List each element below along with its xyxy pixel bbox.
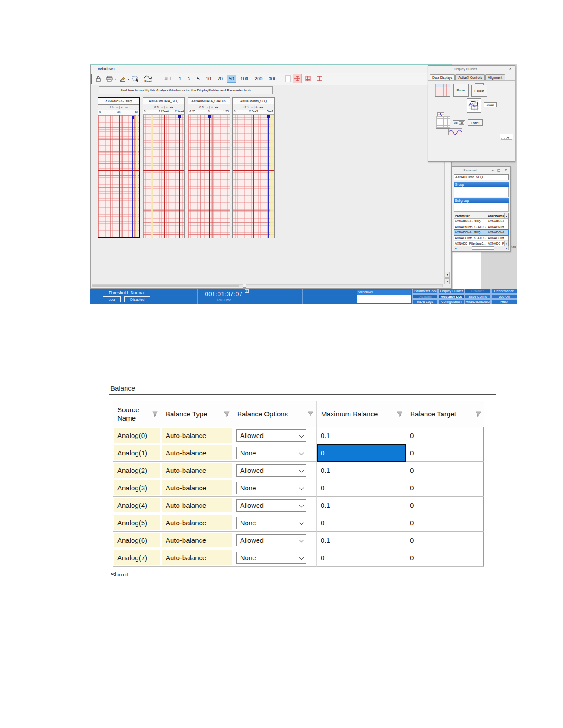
maximum-balance-cell[interactable]: 0.1 bbox=[317, 532, 406, 549]
col-parameter[interactable]: Parameter bbox=[454, 214, 487, 217]
group-header[interactable]: Group bbox=[454, 182, 509, 187]
configuration-button[interactable]: Configuration bbox=[438, 299, 464, 304]
balance-options-dropdown[interactable]: None bbox=[236, 517, 306, 529]
strip-chart-axnabmdata-seq[interactable]: AXNABMDATA_SEQ ↺↻ −|+ ◂▸ 0 1.25e+4 2.5e+… bbox=[143, 97, 185, 238]
scrollbar-thumb[interactable] bbox=[92, 285, 239, 287]
scroll-down-button[interactable]: ▾ bbox=[445, 272, 450, 278]
maximum-balance-cell[interactable]: 0.1 bbox=[317, 427, 406, 444]
help-button[interactable]: Help bbox=[491, 299, 517, 304]
balance-options-dropdown[interactable]: Allowed bbox=[236, 534, 306, 546]
balance-target-cell[interactable]: 0 bbox=[406, 444, 484, 462]
balance-target-cell[interactable]: 0 bbox=[406, 514, 484, 532]
interval-2[interactable]: 2 bbox=[185, 75, 193, 83]
ibeam-cursor-button[interactable] bbox=[315, 74, 324, 83]
print-dropdown[interactable]: ▾ bbox=[115, 77, 116, 80]
binary-display-icon[interactable]: 1010110 bbox=[484, 102, 497, 107]
subgroup-list[interactable] bbox=[454, 203, 509, 212]
iads-logs-button[interactable]: IADS Logs bbox=[412, 299, 438, 304]
interval-all[interactable]: ALL bbox=[162, 75, 175, 83]
strip-chart-axnadcinfo-seq[interactable]: AXNADCInfo_SEQ ↺↻ −|+ ◂▸ 0 3k 5k bbox=[98, 97, 140, 238]
parameter-row[interactable]: AXNABMInfo_SEQ AXNABMInf... bbox=[454, 219, 508, 224]
display-builder-button[interactable]: Display Builder bbox=[438, 289, 464, 294]
label-display-button[interactable]: Label bbox=[468, 119, 483, 126]
maximum-balance-cell[interactable]: 0 bbox=[317, 479, 406, 497]
balance-options-dropdown[interactable]: Allowed bbox=[236, 499, 306, 512]
tab-alignment[interactable]: Alignment bbox=[485, 74, 505, 80]
scroll-left-icon[interactable]: ◂ bbox=[454, 246, 458, 250]
balance-target-cell[interactable]: 0 bbox=[406, 532, 484, 549]
balance-target-cell[interactable]: 0 bbox=[406, 549, 484, 567]
tab-data-displays[interactable]: Data Displays bbox=[430, 74, 455, 80]
xyplot-display-icon[interactable] bbox=[467, 98, 481, 113]
filter-icon[interactable] bbox=[152, 411, 158, 417]
group-list[interactable] bbox=[454, 187, 509, 197]
balance-target-cell[interactable]: 0 bbox=[406, 497, 484, 514]
balance-options-dropdown[interactable]: None bbox=[236, 447, 306, 459]
maximum-balance-cell[interactable]: 0.1 bbox=[317, 497, 406, 514]
interval-10[interactable]: 10 bbox=[204, 75, 213, 83]
minimize-button[interactable]: – bbox=[492, 168, 494, 172]
maximum-balance-cell-selected[interactable]: 0 bbox=[317, 444, 406, 462]
close-icon[interactable]: ✕ bbox=[504, 168, 507, 172]
filter-icon[interactable] bbox=[475, 411, 482, 417]
interval-200[interactable]: 200 bbox=[253, 75, 265, 83]
parametertool-button[interactable]: ParameterTool bbox=[412, 289, 438, 294]
strip-chart-axnabmdata-status[interactable]: AXNABMDATA_STATUS ↺↻ −|+ ◂▸ -1.25 0 1.25 bbox=[188, 97, 230, 238]
chart-zoom-controls[interactable]: ↺↻ −|+ ◂▸ bbox=[233, 104, 274, 110]
hide-dashboard-button[interactable]: HideDashboard bbox=[465, 299, 491, 304]
parameter-titlebar[interactable]: Paramet... – ▢ ✕ bbox=[452, 167, 510, 174]
parameter-search-input[interactable]: AXNADCInfo_SEQ bbox=[454, 174, 509, 180]
scroll-up-icon[interactable]: ▴ bbox=[504, 213, 508, 218]
annotate-button[interactable] bbox=[118, 74, 127, 83]
subgroup-header[interactable]: Subgroup bbox=[454, 198, 509, 203]
folder-display-button[interactable]: Folder bbox=[471, 85, 487, 97]
interval-1[interactable]: 1 bbox=[177, 75, 184, 83]
annotate-dropdown[interactable]: ▾ bbox=[128, 77, 129, 80]
chart-plot-area[interactable] bbox=[188, 115, 230, 238]
strip-chart-axnabminfo-seq[interactable]: AXNABMInfo_SEQ ↺↻ −|+ ◂▸ 0 2.5e+3 5e+3 bbox=[232, 97, 275, 238]
interval-20[interactable]: 20 bbox=[215, 75, 225, 83]
slider-display-icon[interactable] bbox=[500, 134, 513, 139]
datatable-display-icon[interactable] bbox=[436, 116, 450, 129]
maximum-balance-cell[interactable]: 0.1 bbox=[317, 462, 406, 479]
close-icon[interactable]: ✕ bbox=[245, 289, 249, 293]
stripchart-display-icon[interactable] bbox=[435, 84, 450, 97]
crosshair-cursor-button[interactable] bbox=[293, 74, 302, 83]
tab-activex-controls[interactable]: ActiveX Controls bbox=[455, 74, 485, 80]
close-icon[interactable]: ✕ bbox=[509, 67, 512, 71]
col-shortname[interactable]: ShortName bbox=[487, 214, 504, 217]
maximum-balance-cell[interactable]: 0 bbox=[317, 514, 406, 532]
parameter-horizontal-scrollbar[interactable]: ◂ ▸ bbox=[454, 246, 509, 250]
balance-options-dropdown[interactable]: None bbox=[236, 482, 306, 494]
lock-button[interactable] bbox=[93, 74, 103, 83]
save-config-button[interactable]: Save Config bbox=[465, 294, 491, 299]
panel-display-button[interactable]: Panel bbox=[453, 84, 469, 97]
scrollbar-split-handle[interactable] bbox=[243, 284, 246, 288]
col-header-maximum-balance[interactable]: Maximum Balance bbox=[317, 401, 406, 427]
scroll-page-down-button[interactable]: ▾▾ bbox=[445, 278, 450, 284]
chart-zoom-controls[interactable]: ↺↻ −|+ ◂▸ bbox=[188, 104, 230, 110]
col-header-balance-target[interactable]: Balance Target bbox=[406, 401, 484, 427]
balance-target-cell[interactable]: 0 bbox=[406, 427, 484, 444]
select-mode-button[interactable] bbox=[131, 74, 140, 83]
parameter-row-selected[interactable]: AXNADCInfo_SEQ AXNADCInf... bbox=[454, 230, 508, 235]
chart-plot-area[interactable] bbox=[143, 115, 184, 238]
parameter-row[interactable]: AXNABMInfo_STATUS AXNABMInf... bbox=[454, 224, 508, 230]
horizontal-scrollbar[interactable] bbox=[92, 284, 443, 287]
filter-icon[interactable] bbox=[396, 411, 403, 417]
balance-options-dropdown[interactable]: Allowed bbox=[236, 429, 306, 442]
message-log-button[interactable]: Message Log bbox=[438, 294, 464, 299]
log-button[interactable]: Log bbox=[103, 296, 121, 302]
reset-button[interactable]: Reset bbox=[142, 75, 154, 83]
interval-300[interactable]: 300 bbox=[266, 75, 279, 83]
maximum-balance-cell[interactable]: 0 bbox=[317, 549, 406, 567]
minimize-button[interactable]: – bbox=[503, 67, 505, 71]
maximize-button[interactable]: ▢ bbox=[497, 168, 501, 172]
timeplot-display-icon[interactable] bbox=[448, 128, 462, 135]
parameter-row[interactable]: AXNADCInfo_STATUS AXNADCInf... bbox=[454, 235, 508, 241]
window-list[interactable]: Window1 bbox=[357, 290, 411, 303]
print-button[interactable] bbox=[104, 74, 114, 83]
color-swatch[interactable] bbox=[285, 75, 291, 82]
window-list-item-selected[interactable]: Window1 bbox=[357, 290, 411, 295]
scrollbar-thumb[interactable] bbox=[472, 246, 494, 250]
